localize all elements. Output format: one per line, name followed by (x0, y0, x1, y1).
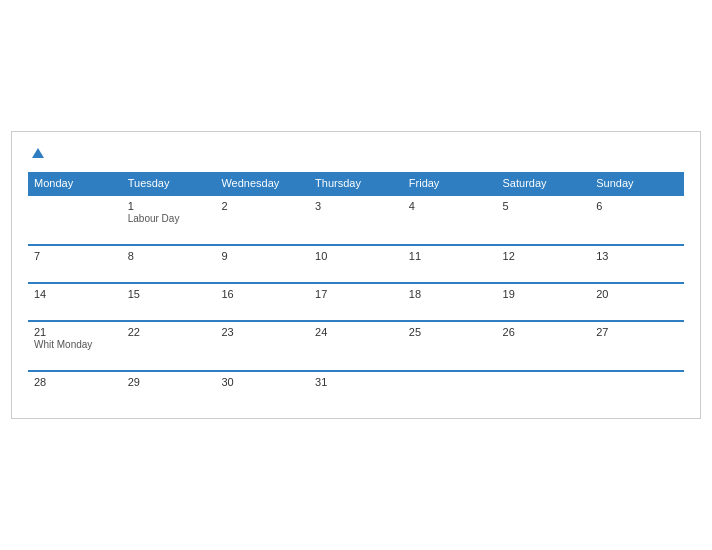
week-row-4: 21Whit Monday222324252627 (28, 321, 684, 371)
day-number: 30 (221, 376, 303, 388)
weekday-header-sunday: Sunday (590, 172, 684, 195)
day-number: 7 (34, 250, 116, 262)
day-cell: 9 (215, 245, 309, 283)
day-cell: 8 (122, 245, 216, 283)
day-cell: 10 (309, 245, 403, 283)
day-number: 22 (128, 326, 210, 338)
day-number: 4 (409, 200, 491, 212)
day-cell: 21Whit Monday (28, 321, 122, 371)
day-cell: 15 (122, 283, 216, 321)
day-cell (403, 371, 497, 408)
weekday-header-monday: Monday (28, 172, 122, 195)
day-cell: 7 (28, 245, 122, 283)
day-number: 8 (128, 250, 210, 262)
day-number: 31 (315, 376, 397, 388)
day-number: 20 (596, 288, 678, 300)
day-number: 16 (221, 288, 303, 300)
weekday-header-friday: Friday (403, 172, 497, 195)
weekday-header-row: MondayTuesdayWednesdayThursdayFridaySatu… (28, 172, 684, 195)
week-row-2: 78910111213 (28, 245, 684, 283)
day-number: 26 (503, 326, 585, 338)
day-cell (28, 195, 122, 245)
day-cell: 14 (28, 283, 122, 321)
day-cell: 13 (590, 245, 684, 283)
day-number: 10 (315, 250, 397, 262)
day-number: 25 (409, 326, 491, 338)
day-cell: 18 (403, 283, 497, 321)
day-number: 12 (503, 250, 585, 262)
day-number: 29 (128, 376, 210, 388)
day-cell: 2 (215, 195, 309, 245)
day-number: 24 (315, 326, 397, 338)
day-number: 17 (315, 288, 397, 300)
day-cell: 22 (122, 321, 216, 371)
day-number: 5 (503, 200, 585, 212)
day-cell: 3 (309, 195, 403, 245)
day-number: 6 (596, 200, 678, 212)
day-cell: 11 (403, 245, 497, 283)
day-event: Whit Monday (34, 339, 116, 350)
day-event: Labour Day (128, 213, 210, 224)
day-number: 1 (128, 200, 210, 212)
day-cell: 23 (215, 321, 309, 371)
day-number: 14 (34, 288, 116, 300)
day-number: 18 (409, 288, 491, 300)
day-cell: 17 (309, 283, 403, 321)
logo (28, 148, 44, 158)
week-row-5: 28293031 (28, 371, 684, 408)
day-cell: 25 (403, 321, 497, 371)
day-cell: 19 (497, 283, 591, 321)
day-cell: 26 (497, 321, 591, 371)
day-number: 21 (34, 326, 116, 338)
day-cell: 4 (403, 195, 497, 245)
day-cell: 30 (215, 371, 309, 408)
day-number: 9 (221, 250, 303, 262)
weekday-header-thursday: Thursday (309, 172, 403, 195)
day-cell: 16 (215, 283, 309, 321)
day-cell: 1Labour Day (122, 195, 216, 245)
weekday-header-wednesday: Wednesday (215, 172, 309, 195)
logo-general (28, 148, 44, 158)
day-number: 28 (34, 376, 116, 388)
day-number: 23 (221, 326, 303, 338)
logo-triangle-icon (32, 148, 44, 158)
day-cell (590, 371, 684, 408)
day-cell: 24 (309, 321, 403, 371)
calendar-container: MondayTuesdayWednesdayThursdayFridaySatu… (11, 131, 701, 419)
day-cell: 28 (28, 371, 122, 408)
day-number: 27 (596, 326, 678, 338)
day-cell: 29 (122, 371, 216, 408)
week-row-3: 14151617181920 (28, 283, 684, 321)
day-number: 2 (221, 200, 303, 212)
day-number: 15 (128, 288, 210, 300)
calendar-table: MondayTuesdayWednesdayThursdayFridaySatu… (28, 172, 684, 408)
day-number: 13 (596, 250, 678, 262)
weekday-header-saturday: Saturday (497, 172, 591, 195)
weekday-header-tuesday: Tuesday (122, 172, 216, 195)
day-cell: 27 (590, 321, 684, 371)
day-cell: 6 (590, 195, 684, 245)
day-cell: 20 (590, 283, 684, 321)
day-number: 11 (409, 250, 491, 262)
day-cell: 31 (309, 371, 403, 408)
day-number: 19 (503, 288, 585, 300)
day-cell (497, 371, 591, 408)
calendar-header (28, 148, 684, 158)
week-row-1: 1Labour Day23456 (28, 195, 684, 245)
day-number: 3 (315, 200, 397, 212)
day-cell: 5 (497, 195, 591, 245)
day-cell: 12 (497, 245, 591, 283)
